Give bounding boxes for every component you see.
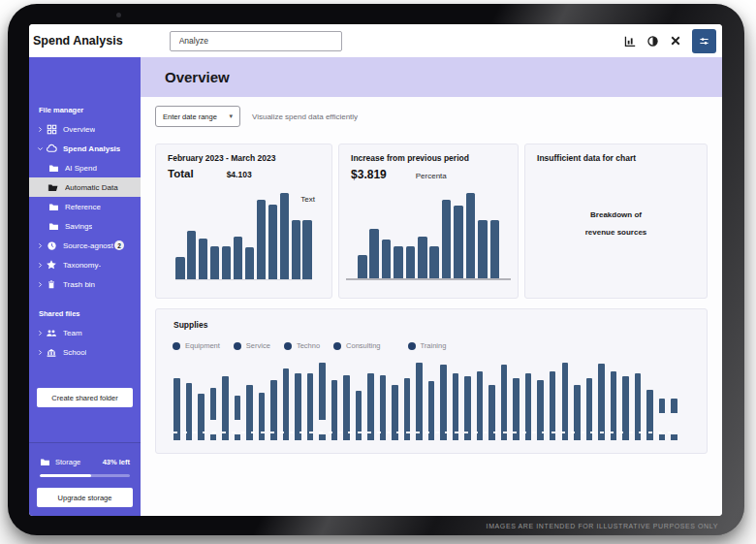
storage-row: Storage 43% left [37, 457, 133, 467]
camera-icon [116, 13, 121, 17]
file-manager-list: OverviewSpend AnalysisAI SpendAutomatic … [29, 119, 141, 294]
tools-icon[interactable] [669, 34, 682, 48]
bar [453, 373, 459, 440]
storage-remaining: 43% left [103, 458, 130, 466]
chevron-down-icon[interactable] [35, 145, 46, 152]
sidebar-item-label: Team [63, 329, 82, 337]
date-range-select[interactable]: Enter date range ▾ [155, 106, 240, 127]
clock-icon [46, 240, 57, 251]
chevron-down-icon: ▾ [229, 112, 233, 120]
card-title: Increase from previous period [339, 144, 518, 163]
sidebar-item-overview[interactable]: Overview [29, 119, 141, 139]
chevron-right-icon[interactable] [35, 262, 46, 269]
sidebar-item-source-agnost[interactable]: Source-agnost2 [29, 236, 141, 255]
chevron-right-icon[interactable] [35, 330, 46, 336]
sidebar-item-taxonomy[interactable]: Taxonomy- [29, 255, 141, 274]
page: IMAGES ARE INTENDED FOR ILLUSTRATIVE PUR… [0, 0, 756, 544]
sidebar-item-team[interactable]: Team [29, 323, 141, 342]
bar [380, 375, 387, 440]
legend-item-training: Training [408, 341, 447, 350]
topbar-actions [622, 29, 716, 53]
sidebar-item-savings[interactable]: Savings [29, 216, 141, 236]
sidebar-item-reference[interactable]: Reference [29, 197, 141, 216]
main-content: Overview Enter date range ▾ Visualize sp… [141, 57, 722, 516]
school-icon [46, 346, 57, 358]
cloud-icon [46, 143, 57, 154]
card-period-total: February 2023 - March 2023 Total $4.103 … [155, 144, 332, 299]
bar [245, 247, 255, 279]
card-title: Insufficient data for chart [525, 144, 707, 163]
bar [222, 246, 232, 279]
chevron-right-icon[interactable] [35, 281, 46, 288]
upgrade-storage-button[interactable]: Upgrade storage [37, 488, 133, 507]
sidebar-item-automatic-data[interactable]: Automatic Data [29, 177, 141, 197]
storage-progress-fill [40, 474, 91, 477]
grid-icon [46, 123, 57, 135]
legend-dot [284, 342, 292, 350]
legend-item-service: Service [234, 341, 270, 350]
bar-chart-period-total [175, 193, 312, 280]
legend-item-consulting: Consulting [333, 341, 380, 350]
chevron-right-icon[interactable] [35, 242, 46, 249]
legend-item-techno: Techno [284, 341, 320, 350]
chevron-right-icon[interactable] [35, 126, 46, 133]
bar [598, 364, 605, 440]
bar [442, 200, 452, 278]
bar [268, 205, 278, 279]
storage-panel: Storage 43% left Upgrade storage [29, 442, 141, 516]
shared-files-list: TeamSchool [29, 323, 141, 362]
app-title: Spend Analysis [33, 34, 123, 48]
bar [490, 220, 500, 278]
legend-label: Techno [297, 341, 320, 350]
sidebar-item-trash-bin[interactable]: Trash bin [29, 274, 141, 294]
bar [671, 399, 677, 440]
bar [611, 371, 617, 440]
bar [292, 220, 301, 279]
bar [406, 246, 416, 278]
analytics-icon[interactable] [622, 34, 636, 48]
card-supplies: Supplies EquipmentServiceTechnoConsultin… [155, 308, 708, 454]
increase-value: $3.819 [351, 168, 387, 181]
sidebar-item-ai-spend[interactable]: AI Spend [29, 158, 141, 177]
bar [283, 368, 290, 440]
sidebar-item-label: School [63, 348, 86, 357]
sidebar-item-label: Savings [65, 222, 92, 231]
bar [302, 220, 312, 279]
bar [382, 240, 392, 278]
legend-label: Training [421, 341, 447, 350]
folder-open-icon [47, 181, 59, 193]
empty-chart-message-line: Breakdown of [525, 207, 707, 224]
contrast-icon[interactable] [646, 34, 659, 48]
create-shared-folder-button[interactable]: Create shared folder [37, 388, 133, 407]
star-icon [46, 259, 57, 271]
legend-label: Consulting [346, 341, 380, 350]
sidebar-item-spend-analysis[interactable]: Spend Analysis [29, 139, 141, 158]
preferences-button[interactable] [692, 29, 716, 53]
sidebar-section-file-manager: File manager [29, 57, 141, 114]
sidebar-item-school[interactable]: School [29, 342, 141, 362]
bar [440, 365, 447, 440]
sidebar-item-label: AI Spend [65, 164, 97, 173]
bar [429, 246, 439, 278]
folder-icon [47, 201, 59, 212]
bar [466, 193, 476, 278]
chart-annotation: Text [300, 195, 315, 204]
top-bar: Spend Analysis [29, 24, 722, 57]
page-header: Overview [141, 57, 722, 97]
chart-legend: EquipmentServiceTechnoConsultingTraining [173, 341, 707, 350]
sidebar-item-label: Automatic Data [65, 183, 118, 192]
chevron-right-icon[interactable] [35, 349, 46, 356]
tablet-bezel: IMAGES ARE INTENDED FOR ILLUSTRATIVE PUR… [8, 4, 744, 535]
dashed-gridline [173, 432, 677, 433]
card-title: February 2023 - March 2023 [156, 144, 331, 163]
increase-unit-label: Percenta [416, 172, 447, 180]
bar [295, 373, 301, 440]
notification-badge: 2 [114, 240, 124, 250]
bar [187, 231, 197, 279]
card-insufficient-data: Insufficient data for chart Breakdown of… [524, 144, 708, 299]
empty-chart-message: Breakdown of revenue sources [525, 207, 707, 241]
bar [369, 229, 379, 278]
date-range-label: Enter date range [163, 112, 217, 121]
legend-dot [234, 342, 241, 350]
search-input[interactable] [170, 31, 342, 51]
